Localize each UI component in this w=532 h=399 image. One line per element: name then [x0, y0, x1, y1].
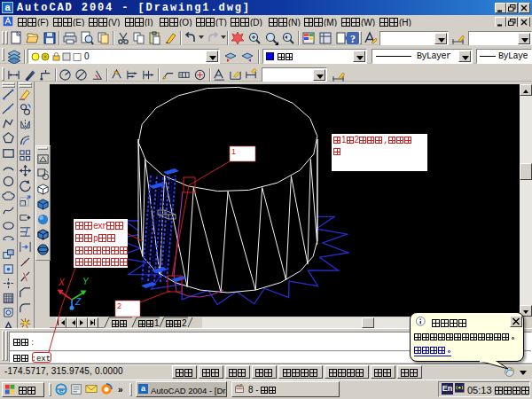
svg-text:e: e [59, 385, 64, 395]
svg-text:?: ? [350, 33, 356, 45]
